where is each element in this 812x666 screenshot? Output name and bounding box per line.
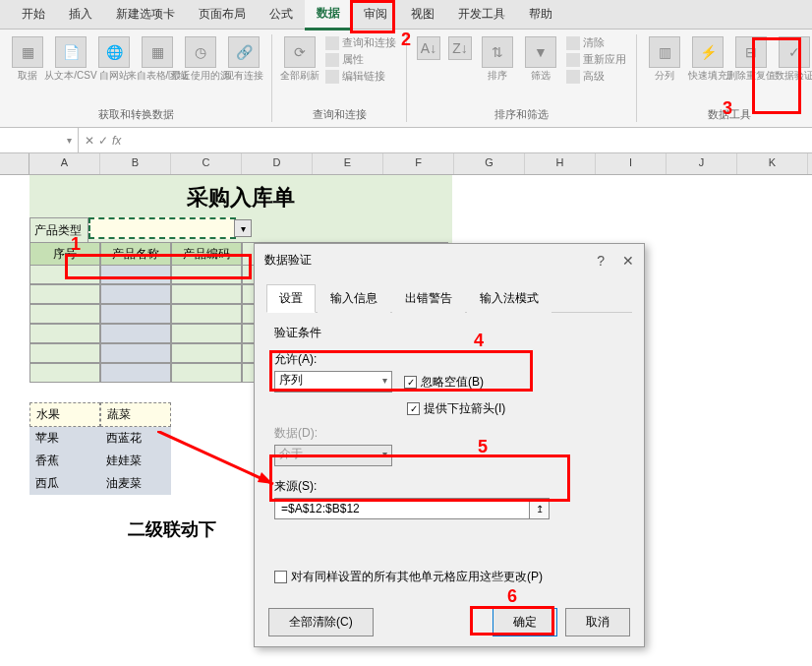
spreadsheet: A B C D E F G H I J K 采购入库单 产品类型 ▾ 序号 产品… [0, 153, 812, 175]
flash-fill-button[interactable]: ⚡快速填充 [688, 34, 727, 84]
subtitle: 二级联动下 [128, 517, 216, 541]
col-header-e[interactable]: E [313, 153, 383, 174]
ok-button[interactable]: 确定 [493, 608, 557, 636]
tab-insert[interactable]: 插入 [57, 0, 104, 29]
dropdown-arrow-check[interactable]: ✓ 提供下拉箭头(I) [407, 400, 505, 417]
sort-za-button[interactable]: Z↓ [446, 34, 474, 62]
ribbon-group-sort: A↓ Z↓ ⇅排序 ▼筛选 清除 重新应用 高级 排序和筛选 [407, 34, 637, 122]
col-header-f[interactable]: F [383, 153, 454, 174]
allow-select[interactable]: 序列 [274, 371, 392, 393]
link-icon [325, 70, 339, 84]
group-label-query: 查询和连接 [280, 105, 398, 122]
ribbon-group-query: ⟳全部刷新 查询和连接 属性 编辑链接 查询和连接 [272, 34, 407, 122]
cell-cabbage[interactable]: 娃娃菜 [100, 450, 171, 472]
dialog-footer: 全部清除(C) 确定 取消 [255, 598, 644, 646]
dialog-tabs: 设置 输入信息 出错警告 输入法模式 [255, 276, 644, 313]
flash-icon: ⚡ [692, 36, 724, 68]
product-type-cell[interactable]: ▾ [88, 217, 236, 239]
list-header-veg[interactable]: 蔬菜 [100, 402, 171, 427]
cell-apple[interactable]: 苹果 [29, 427, 100, 450]
dialog-tab-settings[interactable]: 设置 [266, 284, 316, 313]
query-conn-item[interactable]: 查询和连接 [323, 34, 398, 51]
clear-icon [566, 36, 580, 50]
ribbon-tabs: 开始 插入 新建选项卡 页面布局 公式 数据 审阅 视图 开发工具 帮助 [0, 0, 812, 30]
select-all-corner[interactable] [0, 153, 29, 174]
edit-links-item[interactable]: 编辑链接 [323, 68, 398, 85]
text-to-cols-button[interactable]: ▥分列 [645, 34, 684, 84]
validation-icon: ✓ [779, 36, 810, 68]
cell-lettuce[interactable]: 油麦菜 [100, 472, 171, 495]
cell-watermelon[interactable]: 西瓜 [29, 472, 100, 495]
remove-dup-button[interactable]: ⊟删除重复值 [731, 34, 771, 84]
dialog-help-icon[interactable]: ? [597, 253, 605, 269]
dialog-titlebar[interactable]: 数据验证 ? ✕ [255, 244, 644, 276]
recent-sources-button[interactable]: ◷最近使用的源 [181, 34, 220, 84]
properties-item[interactable]: 属性 [323, 51, 398, 68]
reapply-item[interactable]: 重新应用 [564, 51, 628, 68]
split-icon: ▥ [649, 36, 680, 68]
advanced-item[interactable]: 高级 [564, 68, 628, 85]
header-name: 产品名称 [100, 242, 171, 267]
ribbon-group-getdata: ▦取据 📄从文本/CSV 🌐自网站 ▦来自表格/区域 ◷最近使用的源 🔗现有连接… [0, 34, 272, 122]
tab-view[interactable]: 视图 [399, 0, 446, 29]
dialog-tab-error[interactable]: 出错警告 [392, 284, 465, 313]
purchase-title: 采购入库单 [29, 175, 452, 220]
tab-review[interactable]: 审阅 [352, 0, 399, 29]
list-header-fruit[interactable]: 水果 [29, 402, 100, 427]
data-validation-button[interactable]: ✓数据验证 [775, 34, 812, 84]
tab-new[interactable]: 新建选项卡 [104, 0, 187, 29]
tab-developer[interactable]: 开发工具 [446, 0, 517, 29]
group-label-datatools: 数据工具 [645, 105, 812, 122]
col-header-b[interactable]: B [100, 153, 171, 174]
filter-button[interactable]: ▼筛选 [521, 34, 560, 84]
col-header-k[interactable]: K [737, 153, 808, 174]
cell-banana[interactable]: 香蕉 [29, 450, 100, 472]
range-picker-icon[interactable]: ↥ [530, 498, 550, 519]
group-label-sort: 排序和筛选 [415, 105, 628, 122]
query-icon [325, 36, 339, 50]
dialog-tab-ime[interactable]: 输入法模式 [467, 284, 551, 313]
data-select: 介于 [274, 445, 392, 466]
sort-button[interactable]: ⇅排序 [478, 34, 517, 84]
table-icon: ▦ [142, 36, 173, 68]
fx-icon[interactable]: fx [112, 134, 121, 148]
ignore-blank-check[interactable]: ✓ 忽略空值(B) [404, 374, 484, 391]
refresh-all-button[interactable]: ⟳全部刷新 [280, 34, 319, 84]
col-header-c[interactable]: C [171, 153, 242, 174]
col-header-i[interactable]: I [596, 153, 667, 174]
name-box[interactable] [0, 128, 79, 152]
advanced-icon [566, 70, 580, 84]
clear-all-button[interactable]: 全部清除(C) [268, 608, 374, 636]
col-header-d[interactable]: D [242, 153, 313, 174]
dropdown-arrow-icon[interactable]: ▾ [234, 219, 252, 237]
tab-data[interactable]: 数据 [305, 0, 352, 30]
dialog-tab-input[interactable]: 输入信息 [318, 284, 390, 313]
col-headers: A B C D E F G H I J K [0, 153, 812, 175]
tab-help[interactable]: 帮助 [517, 0, 564, 29]
sort-az-button[interactable]: A↓ [415, 34, 442, 62]
dialog-title: 数据验证 [264, 252, 312, 269]
accept-icon[interactable]: ✓ [98, 134, 108, 148]
dialog-close-icon[interactable]: ✕ [622, 253, 634, 269]
apply-all-check[interactable]: 对有同样设置的所有其他单元格应用这些更改(P) [274, 569, 543, 585]
clear-filter-item[interactable]: 清除 [564, 34, 628, 51]
csv-icon: 📄 [55, 36, 87, 68]
get-data-button[interactable]: ▦取据 [8, 34, 47, 84]
cancel-icon[interactable]: ✕ [85, 134, 94, 148]
col-header-j[interactable]: J [667, 153, 737, 174]
col-header-a[interactable]: A [29, 153, 100, 174]
from-csv-button[interactable]: 📄从文本/CSV [51, 34, 90, 84]
connection-icon: 🔗 [228, 36, 260, 68]
tab-formula[interactable]: 公式 [258, 0, 305, 29]
checkbox-icon: ✓ [404, 376, 417, 389]
cancel-button[interactable]: 取消 [565, 608, 630, 636]
dialog-body: 验证条件 允许(A): 序列 ✓ 忽略空值(B) ✓ 提供下拉箭头(I) 数据(… [255, 313, 644, 598]
ribbon-group-datatools: ▥分列 ⚡快速填充 ⊟删除重复值 ✓数据验证 数据工具 [637, 34, 812, 122]
tab-home[interactable]: 开始 [10, 0, 57, 29]
existing-conn-button[interactable]: 🔗现有连接 [224, 34, 263, 84]
col-header-h[interactable]: H [525, 153, 596, 174]
cell-broccoli[interactable]: 西蓝花 [100, 427, 171, 450]
source-input[interactable] [274, 498, 530, 519]
col-header-g[interactable]: G [454, 153, 525, 174]
tab-pagelayout[interactable]: 页面布局 [187, 0, 258, 29]
